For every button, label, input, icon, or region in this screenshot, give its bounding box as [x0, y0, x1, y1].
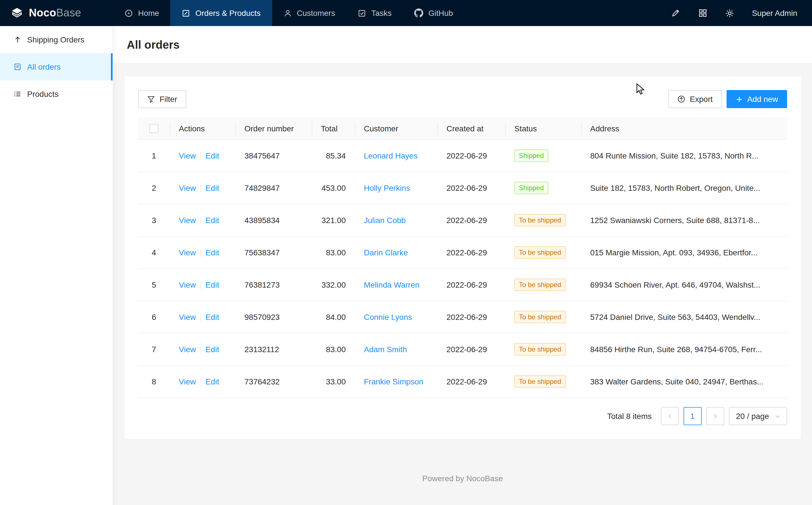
created-at-cell: 2022-06-29 [438, 237, 505, 269]
view-link[interactable]: View [179, 183, 196, 192]
row-index-cell: 8 [138, 366, 170, 398]
customer-link[interactable]: Julian Cobb [364, 216, 406, 225]
view-link[interactable]: View [179, 151, 196, 160]
total-cell: 453.00 [312, 172, 355, 204]
row-index-cell: 7 [138, 333, 170, 366]
column-actions: Actions [170, 117, 235, 140]
table-row: 1 ViewEdit 38475647 85.34 Leonard Hayes … [138, 140, 787, 172]
customer-link[interactable]: Adam Smith [364, 345, 407, 354]
filter-button[interactable]: Filter [138, 90, 186, 108]
total-cell: 332.00 [312, 269, 355, 301]
view-link[interactable]: View [179, 345, 196, 354]
edit-link[interactable]: Edit [205, 151, 219, 160]
action-divider [200, 314, 201, 322]
total-cell: 321.00 [312, 204, 355, 237]
filter-button-label: Filter [160, 95, 177, 104]
customer-link[interactable]: Connie Lyons [364, 313, 412, 322]
nav-tasks[interactable]: Tasks [346, 0, 403, 26]
order-number-cell: 73764232 [235, 366, 312, 398]
sidebar-item-shipping-orders[interactable]: Shipping Orders [0, 26, 112, 53]
edit-link[interactable]: Edit [205, 248, 219, 257]
customer-cell: Leonard Hayes [355, 140, 438, 172]
created-at-cell: 2022-06-29 [438, 366, 505, 398]
view-link[interactable]: View [179, 216, 196, 225]
address-cell: 5724 Daniel Drive, Suite 563, 54403, Wen… [581, 301, 787, 333]
page-size-select[interactable]: 20 / page [729, 407, 787, 426]
actions-cell: ViewEdit [170, 269, 235, 301]
status-tag: To be shipped [514, 376, 566, 388]
select-all-checkbox[interactable] [150, 124, 159, 133]
edit-link[interactable]: Edit [205, 313, 219, 322]
actions-cell: ViewEdit [170, 204, 235, 237]
column-select [138, 117, 170, 140]
actions-cell: ViewEdit [170, 301, 235, 333]
table-row: 3 ViewEdit 43895834 321.00 Julian Cobb 2… [138, 204, 787, 237]
table-row: 7 ViewEdit 23132112 83.00 Adam Smith 202… [138, 333, 787, 366]
edit-link[interactable]: Edit [205, 183, 219, 192]
edit-link[interactable]: Edit [205, 377, 219, 386]
row-index-cell: 3 [138, 204, 170, 237]
customer-link[interactable]: Darin Clarke [364, 248, 408, 257]
status-cell: To be shipped [505, 269, 581, 301]
column-total: Total [312, 117, 355, 140]
sidebar-item-all-orders[interactable]: All orders [0, 53, 112, 80]
add-new-button[interactable]: Add new [726, 90, 787, 108]
customer-link[interactable]: Melinda Warren [364, 281, 420, 290]
row-index-cell: 2 [138, 172, 170, 204]
view-link[interactable]: View [179, 248, 196, 257]
row-index-cell: 4 [138, 237, 170, 269]
view-link[interactable]: View [179, 280, 196, 289]
pagination-next-button[interactable] [706, 407, 724, 426]
customer-cell: Darin Clarke [355, 237, 438, 269]
plugins-blocks-icon[interactable] [698, 8, 708, 18]
nav-home[interactable]: Home [113, 0, 171, 26]
page-header: All orders [113, 26, 812, 63]
status-tag: To be shipped [514, 343, 566, 356]
total-cell: 33.00 [312, 366, 355, 398]
nav-customers[interactable]: Customers [272, 0, 346, 26]
customer-link[interactable]: Leonard Hayes [364, 151, 418, 161]
status-cell: To be shipped [505, 237, 581, 269]
address-cell: 383 Walter Gardens, Suite 040, 24947, Be… [581, 366, 787, 398]
pagination-prev-button[interactable] [660, 407, 679, 426]
customer-link[interactable]: Holly Perkins [364, 184, 410, 193]
settings-gear-icon[interactable] [725, 8, 735, 18]
status-tag: To be shipped [514, 279, 566, 291]
nav-github[interactable]: GitHub [403, 0, 464, 26]
column-status: Status [505, 117, 581, 140]
total-cell: 83.00 [312, 333, 355, 366]
column-address: Address [581, 117, 787, 140]
status-cell: To be shipped [505, 333, 581, 366]
view-link[interactable]: View [179, 377, 196, 386]
topbar: NocoBase Home Orders & Products Customer… [0, 0, 812, 26]
chevron-down-icon [775, 413, 781, 419]
nocobase-logo[interactable]: NocoBase [0, 0, 113, 26]
plus-icon [735, 96, 743, 103]
ui-editor-pen-icon[interactable] [670, 8, 681, 18]
customer-cell: Melinda Warren [355, 269, 438, 301]
edit-link[interactable]: Edit [205, 280, 219, 289]
table-row: 5 ViewEdit 76381273 332.00 Melinda Warre… [138, 269, 787, 301]
customer-link[interactable]: Frankie Simpson [364, 377, 423, 386]
address-cell: 1252 Swaniawski Corners, Suite 688, 8137… [581, 204, 787, 237]
arrow-up-icon [14, 36, 21, 44]
orders-table: Actions Order number Total Customer Crea… [138, 117, 787, 398]
edit-link[interactable]: Edit [205, 216, 219, 225]
view-link[interactable]: View [179, 313, 196, 322]
page-title: All orders [127, 38, 798, 51]
customer-cell: Julian Cobb [355, 204, 438, 237]
order-number-cell: 43895834 [235, 204, 312, 237]
github-icon [414, 8, 423, 18]
edit-link[interactable]: Edit [205, 345, 219, 354]
pagination-page-1[interactable]: 1 [683, 407, 702, 426]
status-cell: Shipped [505, 140, 581, 172]
action-divider [200, 185, 201, 193]
status-tag: To be shipped [514, 214, 566, 227]
user-menu[interactable]: Super Admin [752, 8, 797, 18]
export-button[interactable]: Export [668, 90, 722, 108]
actions-cell: ViewEdit [170, 237, 235, 269]
nav-orders-products[interactable]: Orders & Products [171, 0, 272, 26]
sidebar-item-products[interactable]: Products [0, 80, 112, 108]
order-number-cell: 75638347 [235, 237, 312, 269]
order-number-cell: 74829847 [235, 172, 312, 204]
